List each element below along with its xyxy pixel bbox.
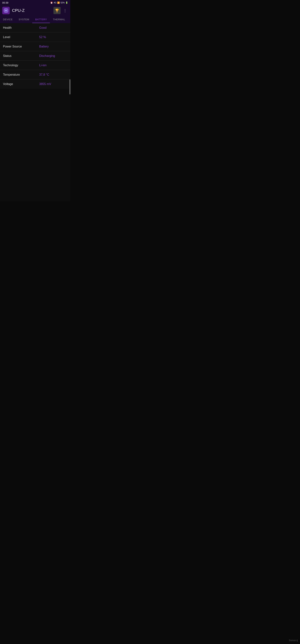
battery-icon: 🔋 bbox=[65, 2, 68, 4]
tab-bar: DEVICE SYSTEM BATTERY THERMAL SENSORS bbox=[0, 16, 70, 23]
alarm-icon: ⏰ bbox=[50, 2, 53, 4]
status-icons: ⏰ 4G 📶 52% 🔋 bbox=[50, 2, 68, 4]
scrollbar-thumb[interactable] bbox=[69, 80, 70, 94]
health-value: Good bbox=[39, 26, 67, 30]
temperature-label: Temperature bbox=[3, 73, 39, 76]
app-bar-right: 🏆 ⋮ bbox=[53, 7, 68, 14]
network-4g-icon: 4G bbox=[54, 2, 56, 4]
power-source-label: Power Source bbox=[3, 45, 39, 48]
app-bar-left: CPU-Z bbox=[2, 7, 24, 14]
level-label: Level bbox=[3, 36, 39, 39]
temperature-value: 37,8 °C bbox=[39, 73, 67, 76]
status-label: Status bbox=[3, 54, 39, 58]
table-row: Temperature 37,8 °C bbox=[0, 70, 70, 80]
health-label: Health bbox=[3, 26, 39, 30]
app-title: CPU-Z bbox=[12, 8, 24, 13]
tab-system[interactable]: SYSTEM bbox=[15, 16, 32, 23]
trophy-button[interactable]: 🏆 bbox=[53, 7, 60, 14]
app-logo bbox=[2, 7, 10, 14]
table-row: Voltage 3855 mV bbox=[0, 80, 70, 89]
status-bar: 00:39 ⏰ 4G 📶 52% 🔋 bbox=[0, 0, 70, 5]
battery-content: Health Good Level 52 % Power Source Batt… bbox=[0, 23, 70, 202]
signal-icon: 📶 bbox=[57, 2, 60, 4]
status-value: Discharging bbox=[39, 54, 67, 58]
table-row: Technology Li-ion bbox=[0, 61, 70, 70]
status-time: 00:39 bbox=[2, 1, 8, 4]
svg-rect-2 bbox=[5, 10, 7, 12]
scrollbar-track bbox=[69, 80, 70, 89]
level-value: 52 % bbox=[39, 36, 67, 39]
app-bar: CPU-Z 🏆 ⋮ bbox=[0, 5, 70, 16]
voltage-value: 3855 mV bbox=[39, 82, 67, 86]
table-row: Health Good bbox=[0, 23, 70, 32]
empty-content-area bbox=[0, 89, 70, 202]
tab-device[interactable]: DEVICE bbox=[0, 16, 15, 23]
power-source-value: Battery bbox=[39, 45, 67, 48]
trophy-icon: 🏆 bbox=[55, 8, 59, 12]
tab-thermal[interactable]: THERMAL bbox=[50, 16, 68, 23]
table-row: Status Discharging bbox=[0, 51, 70, 61]
more-menu-button[interactable]: ⋮ bbox=[62, 8, 68, 14]
battery-text: 52% bbox=[60, 2, 65, 4]
technology-label: Technology bbox=[3, 64, 39, 67]
tab-battery[interactable]: BATTERY bbox=[32, 16, 50, 23]
technology-value: Li-ion bbox=[39, 64, 67, 67]
table-row: Power Source Battery bbox=[0, 42, 70, 51]
voltage-label: Voltage bbox=[3, 82, 39, 86]
table-row: Level 52 % bbox=[0, 32, 70, 42]
tab-sensors[interactable]: SENSORS bbox=[68, 16, 70, 23]
more-icon: ⋮ bbox=[63, 8, 67, 13]
